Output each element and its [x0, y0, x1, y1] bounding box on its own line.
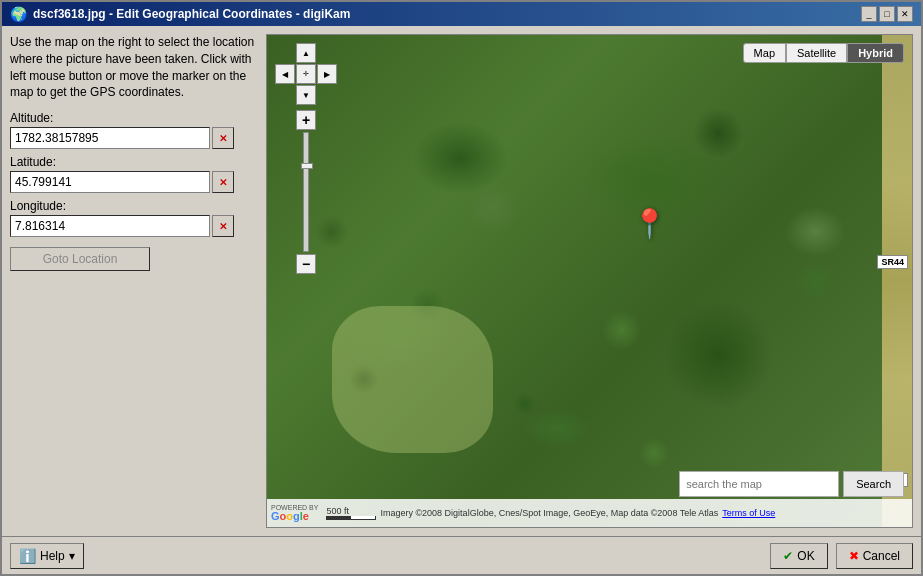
- title-bar-controls: _ □ ✕: [861, 6, 913, 22]
- nav-controls: ▲ ◀ ✛ ▶ ▼ +: [275, 43, 337, 274]
- longitude-input-row: ✕: [10, 215, 258, 237]
- scale-line: [326, 516, 376, 520]
- map-type-satellite-button[interactable]: Satellite: [786, 43, 847, 63]
- ok-check-icon: ✔: [783, 549, 793, 563]
- longitude-input[interactable]: [10, 215, 210, 237]
- map-road-right: [882, 35, 912, 527]
- nav-empty-bl: [275, 85, 295, 105]
- ok-label: OK: [797, 549, 814, 563]
- latitude-clear-button[interactable]: ✕: [212, 171, 234, 193]
- latitude-input[interactable]: [10, 171, 210, 193]
- terms-link[interactable]: Terms of Use: [722, 508, 775, 518]
- altitude-input-row: ✕: [10, 127, 258, 149]
- map-field-overlay: [332, 306, 493, 454]
- scale-text: 500 ft: [326, 506, 349, 516]
- latitude-field-group: Latitude: ✕: [10, 155, 258, 193]
- road-label-sr44-top: SR44: [877, 255, 908, 269]
- map-container[interactable]: Map Satellite Hybrid ▲ ◀ ✛ ▶: [267, 35, 912, 527]
- help-label: Help: [40, 549, 65, 563]
- instructions-text: Use the map on the right to select the l…: [10, 34, 258, 101]
- goto-location-button[interactable]: Goto Location: [10, 247, 150, 271]
- altitude-field-group: Altitude: ✕: [10, 111, 258, 149]
- map-area: Map Satellite Hybrid ▲ ◀ ✛ ▶: [266, 34, 913, 528]
- nav-down-button[interactable]: ▼: [296, 85, 316, 105]
- longitude-label: Longitude:: [10, 199, 258, 213]
- nav-empty-tr: [317, 43, 337, 63]
- zoom-out-button[interactable]: −: [296, 254, 316, 274]
- powered-by-label: POWERED BY Google: [271, 504, 318, 522]
- scale-bar: 500 ft: [326, 506, 376, 520]
- zoom-in-button[interactable]: +: [296, 110, 316, 130]
- window-title: dscf3618.jpg - Edit Geographical Coordin…: [33, 7, 350, 21]
- cancel-button[interactable]: ✖ Cancel: [836, 543, 913, 569]
- nav-right-button[interactable]: ▶: [317, 64, 337, 84]
- attribution-text: Imagery ©2008 DigitalGlobe, Cnes/Spot Im…: [380, 508, 718, 518]
- nav-empty-br: [317, 85, 337, 105]
- help-chevron-icon: ▾: [69, 549, 75, 563]
- map-type-hybrid-button[interactable]: Hybrid: [847, 43, 904, 63]
- title-bar: 🌍 dscf3618.jpg - Edit Geographical Coord…: [2, 2, 921, 26]
- altitude-input[interactable]: [10, 127, 210, 149]
- map-marker[interactable]: 📍: [632, 207, 667, 240]
- minimize-button[interactable]: _: [861, 6, 877, 22]
- altitude-clear-button[interactable]: ✕: [212, 127, 234, 149]
- longitude-field-group: Longitude: ✕: [10, 199, 258, 237]
- ok-button[interactable]: ✔ OK: [770, 543, 827, 569]
- map-type-bar: Map Satellite Hybrid: [743, 43, 904, 63]
- map-attribution-bar: POWERED BY Google 500 ft Imagery ©2008 D…: [267, 499, 912, 527]
- nav-up-button[interactable]: ▲: [296, 43, 316, 63]
- zoom-thumb[interactable]: [301, 163, 313, 169]
- nav-left-button[interactable]: ◀: [275, 64, 295, 84]
- help-button[interactable]: ℹ️ Help ▾: [10, 543, 84, 569]
- maximize-button[interactable]: □: [879, 6, 895, 22]
- main-content: Use the map on the right to select the l…: [2, 26, 921, 574]
- cancel-x-icon: ✖: [849, 549, 859, 563]
- longitude-clear-button[interactable]: ✕: [212, 215, 234, 237]
- cancel-label: Cancel: [863, 549, 900, 563]
- main-window: 🌍 dscf3618.jpg - Edit Geographical Coord…: [0, 0, 923, 576]
- main-area: Use the map on the right to select the l…: [2, 26, 921, 536]
- app-icon: 🌍: [10, 6, 27, 22]
- help-icon: ℹ️: [19, 548, 36, 564]
- nav-cross: ▲ ◀ ✛ ▶ ▼: [275, 43, 337, 105]
- altitude-label: Altitude:: [10, 111, 258, 125]
- google-logo: Google: [271, 511, 318, 522]
- latitude-input-row: ✕: [10, 171, 258, 193]
- zoom-track[interactable]: [303, 132, 309, 252]
- nav-empty-tl: [275, 43, 295, 63]
- nav-center-button[interactable]: ✛: [296, 64, 316, 84]
- close-button[interactable]: ✕: [897, 6, 913, 22]
- map-search-bar: Search: [679, 471, 904, 497]
- map-search-input[interactable]: [679, 471, 839, 497]
- latitude-label: Latitude:: [10, 155, 258, 169]
- bottom-bar: ℹ️ Help ▾ ✔ OK ✖ Cancel: [2, 536, 921, 574]
- zoom-slider-container: + −: [296, 110, 316, 274]
- map-trees-overlay: [267, 35, 912, 527]
- left-panel: Use the map on the right to select the l…: [10, 34, 258, 528]
- map-type-map-button[interactable]: Map: [743, 43, 786, 63]
- map-search-button[interactable]: Search: [843, 471, 904, 497]
